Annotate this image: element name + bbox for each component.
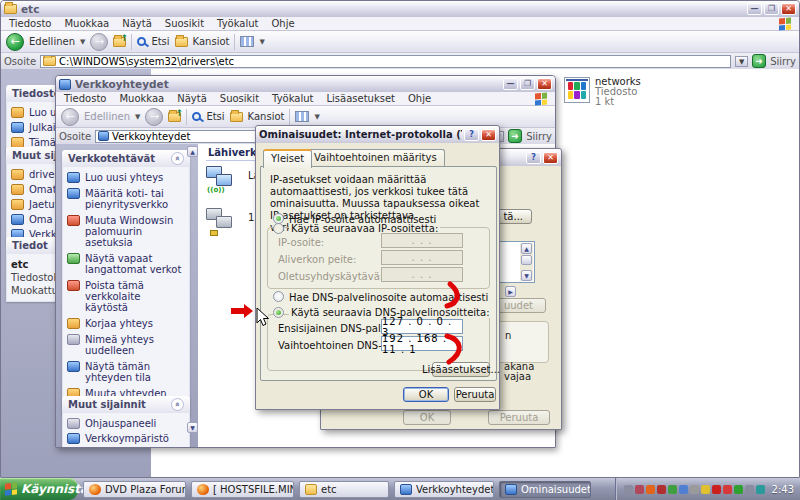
close-button[interactable]: ✕ xyxy=(537,78,552,90)
tray-icon[interactable] xyxy=(646,485,655,494)
tray-icon[interactable] xyxy=(723,485,732,494)
back-icon[interactable]: ← xyxy=(6,33,24,51)
menu-tiedosto[interactable]: Tiedosto xyxy=(9,18,51,29)
listbox-scroll-down-icon[interactable]: ▼ xyxy=(521,270,532,281)
menu-muokkaa[interactable]: Muokkaa xyxy=(64,18,109,29)
net-titlebar[interactable]: Verkkoyhteydet — ❐ ✕ xyxy=(56,76,555,92)
address-input[interactable]: C:\WINDOWS\system32\drivers\etc xyxy=(40,55,731,68)
taskbar-button-network-connections[interactable]: Verkkoyhteydet xyxy=(394,481,494,498)
tray-icon[interactable] xyxy=(624,485,633,494)
up-icon[interactable] xyxy=(168,112,181,122)
tray-icon[interactable] xyxy=(712,485,721,494)
minimize-button[interactable]: — xyxy=(503,78,518,90)
menu-tyokalut[interactable]: Työkalut xyxy=(272,93,313,104)
close-button[interactable]: ✕ xyxy=(543,152,558,164)
menu-suosikit[interactable]: Suosikit xyxy=(165,18,204,29)
menu-ohje[interactable]: Ohje xyxy=(271,18,294,29)
views-dropdown-icon[interactable]: ▼ xyxy=(314,113,319,121)
views-icon[interactable] xyxy=(295,111,309,122)
tray-icon[interactable] xyxy=(690,485,699,494)
tray-icon[interactable] xyxy=(679,485,688,494)
taskbar-button-etc[interactable]: etc xyxy=(299,481,389,498)
task-create-connection[interactable]: Luo uusi yhteys xyxy=(67,172,185,183)
task-view-status[interactable]: Näytä tämän yhteyden tila xyxy=(67,361,185,383)
ok-button[interactable]: OK xyxy=(403,387,449,402)
radio-ip-manual[interactable] xyxy=(273,223,284,234)
place-network-neighborhood[interactable]: Verkkoympäristö xyxy=(67,433,185,444)
scrollbar-thumb[interactable] xyxy=(521,255,532,265)
tray-icon[interactable] xyxy=(657,485,666,494)
tray-icon[interactable] xyxy=(668,485,677,494)
views-dropdown-icon[interactable]: ▼ xyxy=(259,38,264,46)
menu-nayta[interactable]: Näytä xyxy=(122,18,152,29)
menu-lisaasetukset[interactable]: Lisäasetukset xyxy=(326,93,395,104)
radio-dns-auto-label[interactable]: Hae DNS-palvelinosoite automaattisesti xyxy=(289,292,488,303)
tray-icon[interactable] xyxy=(701,485,710,494)
etc-titlebar[interactable]: etc — ❐ ✕ xyxy=(1,1,799,17)
networks-file-icon[interactable] xyxy=(564,77,590,103)
tray-icon[interactable] xyxy=(635,485,644,494)
minimize-button[interactable]: — xyxy=(747,3,762,15)
collapse-chevron-icon[interactable]: » xyxy=(171,398,184,411)
tray-icon[interactable] xyxy=(756,485,765,494)
cancel-button[interactable]: Peruuta xyxy=(454,387,496,402)
place-control-panel[interactable]: Ohjauspaneeli xyxy=(67,418,185,429)
radio-dns-manual[interactable] xyxy=(273,307,284,318)
menu-muokkaa[interactable]: Muokkaa xyxy=(119,93,164,104)
listbox-scroll-right-icon[interactable]: ▶ xyxy=(505,286,516,297)
task-setup-home-network[interactable]: Määritä koti- tai pienyritysverkko xyxy=(67,188,185,210)
taskbar-button-firefox-2[interactable]: [ HOSTSFILE.MINE.N... xyxy=(191,481,294,498)
radio-dns-auto[interactable] xyxy=(273,291,284,302)
task-rename-connection[interactable]: Nimeä yhteys uudelleen xyxy=(67,334,185,356)
back-icon[interactable]: ← xyxy=(61,108,79,126)
cancel-button-disabled[interactable]: Peruuta xyxy=(488,410,550,425)
advanced-button[interactable]: Lisäasetukset... xyxy=(432,362,490,377)
task-view-wireless-networks[interactable]: Näytä vapaat langattomat verkot xyxy=(67,253,185,275)
views-icon[interactable] xyxy=(240,36,254,47)
tab-general[interactable]: Yleiset xyxy=(263,149,312,168)
tray-icon[interactable] xyxy=(745,485,754,494)
networks-file-tile[interactable]: networks Tiedosto 1 kt xyxy=(595,77,641,107)
task-disable-device[interactable]: Poista tämä verkkolaite käytöstä xyxy=(67,280,185,313)
search-icon[interactable] xyxy=(137,37,146,46)
address-dropdown-icon[interactable]: ▼ xyxy=(735,56,748,67)
forward-icon[interactable]: → xyxy=(90,33,108,51)
search-label[interactable]: Etsi xyxy=(151,36,169,47)
subnet-mask-field[interactable]: . . . xyxy=(381,250,463,265)
go-label[interactable]: Siirry xyxy=(526,131,552,142)
taskbar-clock[interactable]: 2:43 xyxy=(772,484,794,495)
close-button[interactable]: ✕ xyxy=(481,129,496,141)
back-dropdown-icon[interactable]: ▼ xyxy=(80,38,85,46)
folders-label[interactable]: Kansiot xyxy=(248,111,285,122)
go-icon[interactable]: ➜ xyxy=(508,129,522,143)
lan-1394-connection-icon[interactable] xyxy=(206,206,246,242)
search-icon[interactable] xyxy=(192,112,201,121)
sidebar-scroll-down-icon[interactable]: ▼ xyxy=(187,422,198,433)
up-icon[interactable] xyxy=(113,37,126,47)
menu-suosikit[interactable]: Suosikit xyxy=(220,93,259,104)
search-label[interactable]: Etsi xyxy=(206,111,224,122)
maximize-button[interactable]: ❐ xyxy=(764,3,779,15)
gateway-field[interactable]: . . . xyxy=(381,267,463,282)
menu-tyokalut[interactable]: Työkalut xyxy=(217,18,258,29)
close-button[interactable]: ✕ xyxy=(781,3,796,15)
listbox-scroll-up-icon[interactable]: ▲ xyxy=(521,243,532,254)
forward-icon[interactable]: → xyxy=(145,108,163,126)
ip-address-field[interactable]: . . . xyxy=(381,233,463,248)
tray-icon[interactable] xyxy=(734,485,743,494)
alternate-dns-field[interactable]: 192 . 168 . 11 . 1 xyxy=(381,336,463,351)
tab-alternate-config[interactable]: Vaihtoehtoinen määritys xyxy=(306,149,445,166)
back-label[interactable]: Edellinen xyxy=(29,36,75,47)
go-icon[interactable]: ➜ xyxy=(752,54,766,68)
task-firewall-settings[interactable]: Muuta Windowsin palomuurin asetuksia xyxy=(67,215,185,248)
folders-icon[interactable] xyxy=(230,112,243,122)
wireless-connection-icon[interactable]: ((o)) xyxy=(206,164,246,200)
start-button[interactable]: Käynnistä xyxy=(0,478,78,500)
sidebar-scroll-up-icon[interactable]: ▲ xyxy=(187,146,198,157)
task-repair-connection[interactable]: Korjaa yhteys xyxy=(67,318,185,329)
folders-label[interactable]: Kansiot xyxy=(193,36,230,47)
menu-nayta[interactable]: Näytä xyxy=(177,93,207,104)
ok-button-disabled[interactable]: OK xyxy=(403,410,451,425)
back-label[interactable]: Edellinen xyxy=(84,111,130,122)
maximize-button[interactable]: ❐ xyxy=(520,78,535,90)
